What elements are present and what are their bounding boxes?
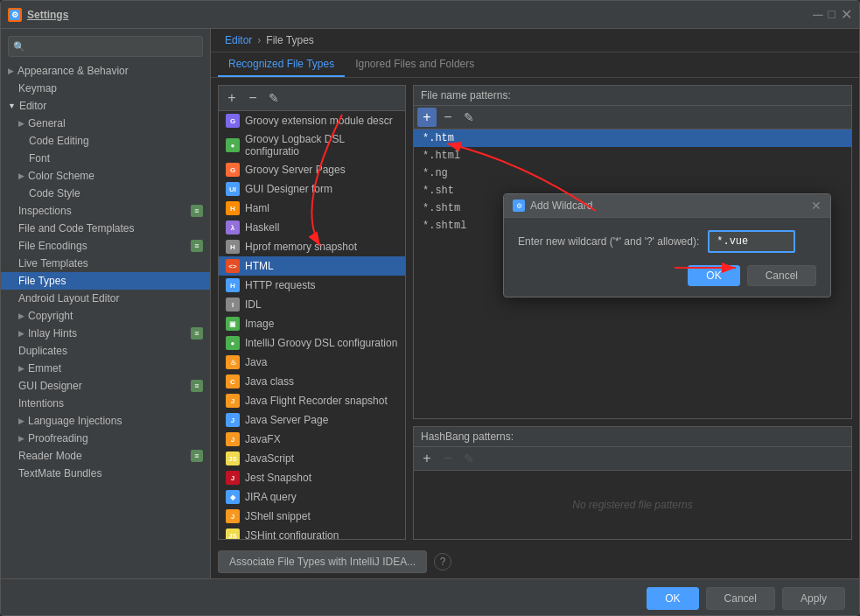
sidebar-item-keymap[interactable]: Keymap: [1, 80, 210, 97]
sidebar-item-general[interactable]: ▶ General: [1, 115, 210, 132]
file-type-item[interactable]: JSJavaScript: [219, 449, 405, 468]
file-type-item[interactable]: CJava class: [219, 372, 405, 391]
help-icon[interactable]: ?: [434, 553, 451, 570]
file-type-item[interactable]: UIGUI Designer form: [219, 179, 405, 199]
hashbang-panel: HashBang patterns: + − ✎ No registered f…: [413, 426, 852, 540]
edit-pattern-btn[interactable]: ✎: [459, 108, 479, 127]
sidebar-item-inlay-hints[interactable]: ▶ Inlay Hints ≡: [1, 325, 210, 342]
sidebar-item-intentions[interactable]: Intentions: [1, 395, 210, 412]
dialog-ok-btn[interactable]: OK: [688, 265, 739, 286]
sidebar-item-language-injections[interactable]: ▶ Language Injections: [1, 412, 210, 430]
ok-btn[interactable]: OK: [647, 587, 698, 610]
file-patterns-toolbar: + − ✎: [414, 106, 851, 130]
file-type-item[interactable]: ●Groovy Logback DSL configuratio: [219, 130, 405, 160]
cancel-btn[interactable]: Cancel: [706, 587, 775, 610]
sidebar-item-color-scheme[interactable]: ▶ Color Scheme: [1, 167, 210, 185]
file-type-item[interactable]: JJava Server Page: [219, 410, 405, 430]
encodings-badge: ≡: [191, 240, 203, 252]
edit-hashbang-btn[interactable]: ✎: [459, 449, 479, 468]
tab-ignored[interactable]: Ignored Files and Folders: [345, 52, 485, 77]
sidebar-item-emmet[interactable]: ▶ Emmet: [1, 360, 210, 377]
file-type-item[interactable]: JSJSHint configuration: [219, 526, 405, 539]
search-icon: 🔍: [13, 41, 25, 52]
dialog-close-btn[interactable]: ✕: [811, 199, 822, 213]
title-bar: ⚙ Settings ─ □ ✕: [1, 1, 859, 29]
sidebar-item-editor[interactable]: ▼ Editor: [1, 97, 210, 115]
minimize-btn[interactable]: ─: [813, 8, 822, 22]
file-type-item[interactable]: ◆JIRA query: [219, 487, 405, 507]
no-patterns-text: No registered file patterns: [572, 499, 692, 511]
file-type-item[interactable]: HHTTP requests: [219, 276, 405, 295]
add-wildcard-dialog: ⚙ Add Wildcard ✕ Enter new wildcard ('*'…: [503, 193, 831, 298]
sidebar-item-copyright[interactable]: ▶ Copyright: [1, 307, 210, 325]
add-file-type-btn[interactable]: +: [222, 88, 241, 108]
remove-file-type-btn[interactable]: −: [243, 88, 262, 108]
remove-hashbang-btn[interactable]: −: [438, 449, 458, 468]
apply-btn[interactable]: Apply: [782, 587, 845, 610]
file-type-item[interactable]: λHaskell: [219, 218, 405, 237]
dialog-input[interactable]: [708, 230, 795, 253]
pattern-item[interactable]: *.htm: [414, 130, 851, 147]
sidebar-item-file-encodings[interactable]: File Encodings ≡: [1, 237, 210, 255]
file-type-item[interactable]: IIDL: [219, 295, 405, 314]
remove-pattern-btn[interactable]: −: [438, 108, 458, 127]
file-type-item[interactable]: JJava Flight Recorder snapshot: [219, 391, 405, 410]
window-title: Settings: [27, 9, 68, 21]
title-bar-left: ⚙ Settings: [8, 8, 68, 22]
dialog-title: Add Wildcard: [530, 200, 592, 212]
close-btn[interactable]: ✕: [841, 8, 852, 22]
content-area: Editor › File Types Recognized File Type…: [211, 29, 859, 578]
main-content: 🔍 ▶ Appearance & Behavior Keymap ▼ Edito…: [1, 29, 859, 578]
file-type-item[interactable]: GGroovy extension module descr: [219, 111, 405, 130]
file-type-item[interactable]: ▣Image: [219, 314, 405, 333]
tab-recognized[interactable]: Recognized File Types: [218, 52, 345, 77]
file-type-item[interactable]: JJest Snapshot: [219, 468, 405, 487]
window-controls: ─ □ ✕: [813, 8, 852, 22]
edit-file-type-btn[interactable]: ✎: [264, 88, 283, 108]
file-types-panel: + − ✎ GGroovy extension module descr●Gro…: [218, 85, 406, 540]
sidebar-item-proofreading[interactable]: ▶ Proofreading: [1, 430, 210, 447]
file-type-item[interactable]: ●IntelliJ Groovy DSL configuration: [219, 333, 405, 353]
inlay-badge: ≡: [191, 327, 203, 340]
panels-container: + − ✎ GGroovy extension module descr●Gro…: [211, 78, 859, 547]
sidebar-search-input[interactable]: [8, 36, 203, 57]
hashbang-toolbar: + − ✎: [414, 447, 851, 471]
emmet-expand-icon: ▶: [18, 364, 24, 373]
sidebar-item-file-code-templates[interactable]: File and Code Templates: [1, 220, 210, 237]
sidebar-item-inspections[interactable]: Inspections ≡: [1, 202, 210, 220]
tab-bar: Recognized File Types Ignored Files and …: [211, 52, 859, 78]
pattern-item[interactable]: *.html: [414, 147, 851, 164]
breadcrumb-separator: ›: [257, 34, 261, 46]
sidebar-item-font[interactable]: Font: [1, 150, 210, 167]
sidebar-item-textmate[interactable]: TextMate Bundles: [1, 465, 210, 482]
breadcrumb-parent: Editor: [225, 34, 252, 46]
breadcrumb-current: File Types: [266, 34, 313, 46]
file-type-item[interactable]: JJavaFX: [219, 430, 405, 449]
gui-badge: ≡: [191, 380, 203, 392]
pattern-item[interactable]: *.ng: [414, 164, 851, 182]
sidebar-item-live-templates[interactable]: Live Templates: [1, 255, 210, 272]
sidebar-item-reader-mode[interactable]: Reader Mode ≡: [1, 447, 210, 465]
dialog-buttons: OK Cancel: [504, 260, 830, 297]
sidebar-item-gui-designer[interactable]: GUI Designer ≡: [1, 377, 210, 395]
dialog-cancel-btn[interactable]: Cancel: [747, 265, 816, 286]
add-pattern-btn[interactable]: +: [417, 108, 437, 127]
add-hashbang-btn[interactable]: +: [417, 449, 437, 468]
sidebar-item-duplicates[interactable]: Duplicates: [1, 342, 210, 360]
sidebar-item-file-types[interactable]: File Types: [1, 272, 210, 290]
file-type-item[interactable]: HHaml: [219, 199, 405, 218]
breadcrumb: Editor › File Types: [211, 29, 859, 52]
hashbang-header: HashBang patterns:: [414, 427, 851, 447]
file-type-item[interactable]: GGroovy Server Pages: [219, 160, 405, 179]
maximize-btn[interactable]: □: [829, 8, 836, 22]
associate-btn[interactable]: Associate File Types with IntelliJ IDEA.…: [218, 550, 427, 573]
sidebar-item-android-layout[interactable]: Android Layout Editor: [1, 290, 210, 307]
sidebar-item-code-style[interactable]: Code Style: [1, 185, 210, 202]
file-type-item[interactable]: HHprof memory snapshot: [219, 237, 405, 256]
file-type-item[interactable]: ♨Java: [219, 353, 405, 372]
sidebar-item-appearance[interactable]: ▶ Appearance & Behavior: [1, 62, 210, 80]
file-type-item[interactable]: JJShell snippet: [219, 507, 405, 526]
file-type-item[interactable]: <>HTML: [219, 256, 405, 276]
sidebar-item-code-editing[interactable]: Code Editing: [1, 132, 210, 150]
editor-expand-icon: ▼: [8, 102, 16, 110]
